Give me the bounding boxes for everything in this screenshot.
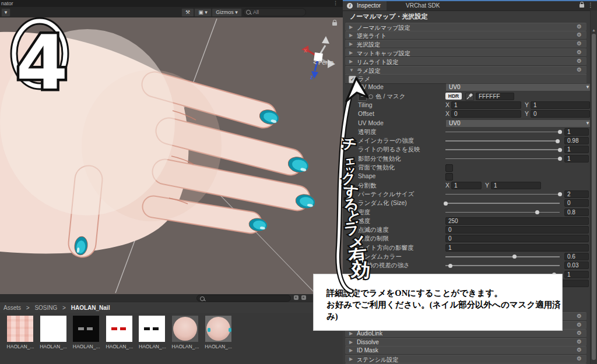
uv-mode-dropdown[interactable]: UV0▼ [445,119,593,128]
slider-track[interactable] [445,194,560,195]
inspector-lock-icon[interactable] [580,4,584,8]
asset-thumbnail[interactable] [172,316,198,342]
slider-knob[interactable] [558,157,562,161]
section-header-ノーマルマップ設定[interactable]: ▶ノーマルマップ設定⚙ [345,23,587,31]
value-field[interactable]: 0.03 [564,261,589,269]
scroll-up-icon[interactable]: ▲ [592,28,596,32]
project-search-input[interactable] [196,295,291,302]
slider-track[interactable] [445,256,560,257]
value-field[interactable]: 1 [564,155,589,162]
value-field[interactable]: 0 [445,226,589,234]
camera-dropdown-button[interactable]: ▣ ▾ [194,8,212,17]
value-field[interactable]: 0.98 [564,137,589,144]
property-checkbox[interactable] [445,173,453,181]
gear-icon[interactable]: ⚙ [577,23,582,30]
slider-knob[interactable] [448,264,452,268]
slider-knob[interactable] [556,139,560,143]
value-field[interactable]: 1 [445,244,589,252]
search-by-label-icon[interactable] [301,295,306,300]
gear-icon[interactable]: ⚙ [577,58,582,64]
value-field[interactable]: 1 [564,128,589,136]
section-header-光沢設定[interactable]: ▶光沢設定⚙ [345,40,587,48]
slider-knob[interactable] [444,202,448,206]
tab-vrchat-sdk[interactable]: VRChat SDK [400,1,445,10]
asset-item[interactable]: HAOLAN_... [40,313,66,364]
value-field[interactable]: 1 [531,101,590,109]
value-field[interactable]: 0 [531,110,590,118]
gear-icon[interactable]: ⚙ [577,66,582,73]
value-field[interactable]: 1 [564,271,589,278]
glitter-enable-checkbox[interactable]: ✓ [349,76,356,83]
value-field[interactable]: 1 [491,182,541,189]
slider-track[interactable] [445,158,560,160]
kebab-menu-icon[interactable]: ⋮ [588,2,594,8]
uv-mode-dropdown[interactable]: UV0▼ [445,83,593,91]
gear-icon[interactable]: ⚙ [577,347,582,353]
section-header-マットキャップ設定[interactable]: ▶マットキャップ設定⚙ [345,48,587,57]
value-field[interactable]: 1 [564,146,589,153]
asset-item[interactable]: HAOLAN_... [73,313,99,364]
section-header-ラメ設定[interactable]: ▼ラメ設定⚙ [345,66,587,75]
slider-track[interactable] [445,132,560,133]
object-picker-icon[interactable] [368,94,373,99]
section-header-ステンシル設定[interactable]: ▶ステンシル設定⚙ [345,355,587,363]
gizmos-dropdown[interactable]: Gizmos ▾ [212,8,242,17]
value-field[interactable]: 1 [451,101,521,109]
slider-knob[interactable] [558,148,562,152]
kebab-menu-icon[interactable]: ⋮ [333,0,338,6]
asset-item[interactable]: HAOLAN_... [205,313,231,364]
section-header-逆光ライト[interactable]: ▶逆光ライト⚙ [345,31,587,40]
tab-inspector[interactable]: i Inspector [343,1,387,10]
slider-knob[interactable] [535,210,539,214]
value-field[interactable]: 2 [564,190,589,198]
value-field[interactable]: 0.8 [564,208,589,216]
asset-item[interactable]: HAOLAN_... [7,313,33,364]
scrollbar-thumb[interactable] [592,34,596,360]
value-field[interactable]: 0 [451,110,521,118]
scene-viewport[interactable]: x z < Persp [0,17,343,294]
breadcrumb-assets[interactable]: Assets [3,305,21,311]
search-by-type-icon[interactable] [294,295,298,300]
slider-track[interactable] [445,212,560,213]
asset-thumbnail[interactable] [139,316,165,342]
hex-color-field[interactable]: FFFFFF [476,93,514,100]
value-field[interactable]: 0 [445,235,589,242]
lock-icon[interactable] [332,22,337,26]
gear-icon[interactable]: ⚙ [577,330,582,336]
slider-track[interactable] [445,203,560,204]
asset-thumbnail[interactable] [40,316,66,342]
value-field[interactable]: 1 [451,182,482,189]
view-dropdown-button[interactable]: ▾ [1,8,10,17]
asset-item[interactable]: HAOLAN_... [139,313,165,364]
asset-thumbnail[interactable] [7,316,33,342]
asset-thumbnail[interactable] [205,316,231,342]
value-field[interactable]: 0 [564,199,589,207]
value-field[interactable]: 250 [445,217,589,225]
scene-search-input[interactable]: All [243,8,306,16]
gear-icon[interactable]: ⚙ [577,40,582,47]
slider-track[interactable] [445,265,560,266]
asset-item[interactable]: HAOLAN_... [106,313,132,364]
section-header-リムライト設定[interactable]: ▶リムライト設定⚙ [345,57,587,66]
gear-icon[interactable]: ⚙ [577,338,582,345]
slider-track[interactable] [445,149,560,150]
eyedropper-icon[interactable] [465,93,474,101]
value-field[interactable]: 0.6 [564,253,589,260]
breadcrumb-sosing[interactable]: SOSING [34,305,57,311]
gear-icon[interactable]: ⚙ [577,313,582,319]
asset-thumbnail[interactable] [73,316,99,342]
tools-icon[interactable]: ⚒ [181,8,194,17]
gear-icon[interactable]: ⚙ [577,321,582,328]
gear-icon[interactable]: ⚙ [577,355,582,362]
orientation-gizmo[interactable] [301,36,335,79]
slider-track[interactable] [445,140,560,142]
slider-knob[interactable] [558,130,562,134]
slider-knob[interactable] [558,192,562,196]
inspector-scrollbar[interactable]: ▲ [590,10,597,364]
section-header-Dissolve[interactable]: ▶Dissolve⚙ [345,338,587,347]
gear-icon[interactable]: ⚙ [577,31,582,38]
animator-tab[interactable]: nator [1,1,13,6]
section-header-ID Mask[interactable]: ▶ID Mask⚙ [345,346,587,355]
asset-thumbnail[interactable] [106,316,132,342]
asset-item[interactable]: HAOLAN_... [172,313,198,364]
